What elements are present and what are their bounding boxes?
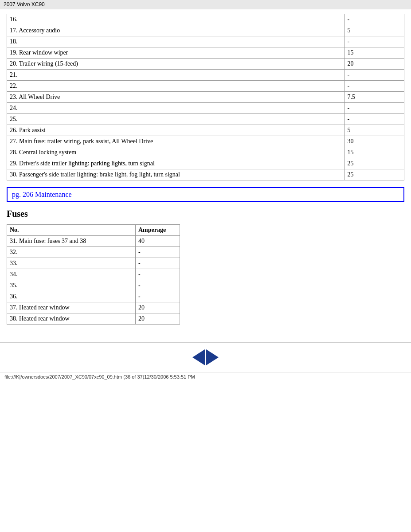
status-text: file:///K|/ownersdocs/2007/2007_XC90/07x… (4, 374, 195, 379)
fuse-row-no: 32. (7, 247, 136, 258)
table-row: 28. Central locking system15 (7, 147, 404, 158)
fuse-row-amperage: - (136, 258, 180, 269)
row-amperage: 20 (344, 59, 404, 70)
row-amperage: - (344, 81, 404, 92)
fuse-row-amperage: 20 (136, 302, 180, 313)
fuses-col-no: No. (7, 225, 136, 236)
row-amperage: 5 (344, 125, 404, 136)
next-arrow[interactable] (206, 349, 219, 365)
nav-link[interactable]: pg. 206 Maintenance (7, 187, 404, 202)
prev-arrow[interactable] (192, 349, 205, 365)
window-title: 2007 Volvo XC90 (4, 1, 45, 8)
row-no: 27. Main fuse: trailer wiring, park assi… (7, 136, 345, 147)
fuses-heading: Fuses (7, 209, 404, 219)
table-row: 32.- (7, 247, 180, 258)
table-row: 26. Park assist5 (7, 125, 404, 136)
table-row: 20. Trailer wiring (15-feed)20 (7, 59, 404, 70)
table-row: 31. Main fuse: fuses 37 and 3840 (7, 236, 180, 247)
fuse-row-amperage: - (136, 280, 180, 291)
row-no: 16. (7, 14, 345, 25)
fuse-row-no: 38. Heated rear window (7, 313, 136, 325)
navigation-arrows (0, 342, 411, 372)
row-no: 30. Passenger's side trailer lighting: b… (7, 169, 345, 180)
table-row: 25.- (7, 114, 404, 125)
table-row: 37. Heated rear window20 (7, 302, 180, 313)
fuse-row-no: 37. Heated rear window (7, 302, 136, 313)
fuse-row-no: 31. Main fuse: fuses 37 and 38 (7, 236, 136, 247)
row-amperage: - (344, 70, 404, 81)
fuse-row-no: 35. (7, 280, 136, 291)
fuse-row-amperage: 20 (136, 313, 180, 325)
table-row: 30. Passenger's side trailer lighting: b… (7, 169, 404, 180)
row-no: 18. (7, 36, 345, 47)
row-amperage: - (344, 36, 404, 47)
table-row: 23. All Wheel Drive7.5 (7, 92, 404, 103)
table-row: 17. Accessory audio5 (7, 25, 404, 36)
row-no: 28. Central locking system (7, 147, 345, 158)
row-no: 23. All Wheel Drive (7, 92, 345, 103)
main-fuse-table: 16.-17. Accessory audio518.-19. Rear win… (7, 14, 404, 180)
row-amperage: - (344, 103, 404, 114)
table-row: 21.- (7, 70, 404, 81)
table-row: 24.- (7, 103, 404, 114)
row-no: 29. Driver's side trailer lighting: park… (7, 158, 345, 169)
fuse-row-amperage: - (136, 291, 180, 302)
row-amperage: - (344, 14, 404, 25)
fuse-row-amperage: 40 (136, 236, 180, 247)
fuse-row-no: 36. (7, 291, 136, 302)
fuse-row-no: 34. (7, 269, 136, 280)
row-amperage: 15 (344, 47, 404, 59)
row-no: 17. Accessory audio (7, 25, 345, 36)
fuse-row-amperage: - (136, 247, 180, 258)
fuse-row-amperage: - (136, 269, 180, 280)
table-row: 22.- (7, 81, 404, 92)
status-bar: file:///K|/ownersdocs/2007/2007_XC90/07x… (0, 372, 411, 381)
row-no: 20. Trailer wiring (15-feed) (7, 59, 345, 70)
main-content: 16.-17. Accessory audio518.-19. Rear win… (0, 9, 411, 338)
row-no: 19. Rear window wiper (7, 47, 345, 59)
row-amperage: 25 (344, 158, 404, 169)
row-no: 21. (7, 70, 345, 81)
table-row: 35.- (7, 280, 180, 291)
row-amperage: 15 (344, 147, 404, 158)
title-bar: 2007 Volvo XC90 (0, 0, 411, 9)
table-row: 38. Heated rear window20 (7, 313, 180, 325)
row-no: 24. (7, 103, 345, 114)
fuses-table: No. Amperage 31. Main fuse: fuses 37 and… (7, 224, 180, 325)
row-no: 26. Park assist (7, 125, 345, 136)
table-row: 29. Driver's side trailer lighting: park… (7, 158, 404, 169)
table-row: 19. Rear window wiper15 (7, 47, 404, 59)
table-row: 27. Main fuse: trailer wiring, park assi… (7, 136, 404, 147)
row-amperage: 25 (344, 169, 404, 180)
row-amperage: 5 (344, 25, 404, 36)
table-row: 18.- (7, 36, 404, 47)
row-amperage: 30 (344, 136, 404, 147)
table-row: 34.- (7, 269, 180, 280)
row-amperage: 7.5 (344, 92, 404, 103)
row-no: 22. (7, 81, 345, 92)
fuse-row-no: 33. (7, 258, 136, 269)
row-no: 25. (7, 114, 345, 125)
fuses-col-amperage: Amperage (136, 225, 180, 236)
row-amperage: - (344, 114, 404, 125)
table-row: 33.- (7, 258, 180, 269)
table-row: 16.- (7, 14, 404, 25)
table-row: 36.- (7, 291, 180, 302)
